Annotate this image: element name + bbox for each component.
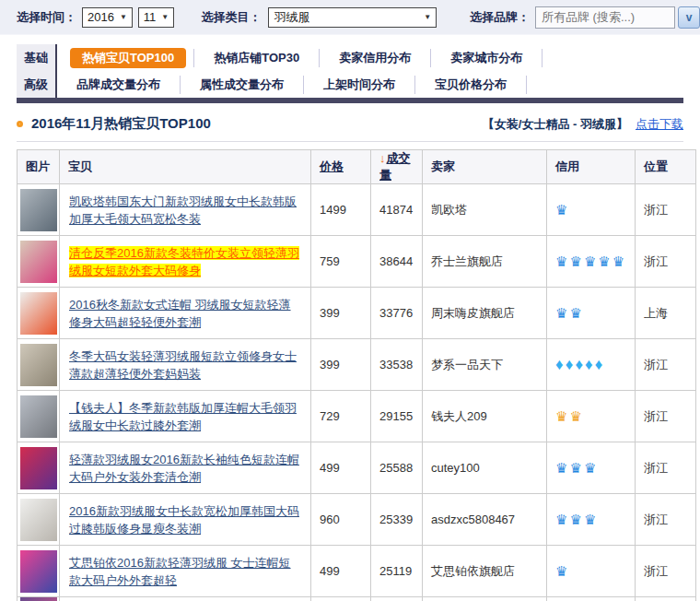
location-cell: 浙江 bbox=[636, 184, 696, 236]
product-thumbnail[interactable] bbox=[20, 550, 57, 593]
product-thumbnail[interactable] bbox=[20, 292, 57, 335]
basic-tab-row: 基础 热销宝贝TOP100 热销店铺TOP30 卖家信用分布 卖家城市分布 bbox=[17, 44, 683, 71]
tab-hot-shops-top30[interactable]: 热销店铺TOP30 bbox=[194, 44, 319, 71]
blue-crown-icon: ♛ bbox=[555, 305, 567, 321]
gold-crown-icon: ♛ bbox=[555, 408, 567, 424]
blue-crown-icon: ♛ bbox=[555, 253, 567, 269]
credit-icons: ♛ bbox=[547, 184, 636, 236]
volume-cell: 25588 bbox=[371, 442, 423, 494]
seller-cell: 周末嗨皮旗舰店 bbox=[423, 288, 547, 339]
volume-cell: 29155 bbox=[371, 391, 423, 442]
image-cell bbox=[18, 442, 60, 494]
location-cell: 浙江 bbox=[636, 442, 696, 494]
products-tbody: 凯欧塔韩国东大门新款羽绒服女中长款韩版加厚大毛领大码宽松冬装 1499 4187… bbox=[18, 184, 696, 601]
table-row: 茄用2016新款韩版修身轻薄反季清仓羽绒服女短款连 ♛♛ bbox=[18, 597, 696, 601]
tab-hot-items-top100[interactable]: 热销宝贝TOP100 bbox=[70, 48, 186, 68]
tab-seller-credit-distribution[interactable]: 卖家信用分布 bbox=[320, 44, 430, 71]
header-price: 价格 bbox=[311, 150, 371, 184]
product-thumbnail[interactable] bbox=[20, 344, 57, 386]
credit-icons: ♛ bbox=[547, 546, 636, 597]
table-row: 2016秋冬新款女式连帽 羽绒服女短款轻薄 修身大码超轻轻便外套潮 399 33… bbox=[18, 288, 696, 339]
table-row: 凯欧塔韩国东大门新款羽绒服女中长款韩版加厚大毛领大码宽松冬装 1499 4187… bbox=[18, 184, 696, 236]
blue-diamond-icon: ♦ bbox=[585, 356, 593, 373]
tab-listing-time-distribution[interactable]: 上架时间分布 bbox=[304, 71, 414, 98]
product-thumbnail[interactable] bbox=[20, 189, 57, 231]
brand-dropdown-button[interactable]: v bbox=[678, 6, 700, 29]
year-select[interactable]: 2016 ▼ bbox=[82, 7, 133, 28]
image-cell bbox=[18, 546, 60, 597]
blue-crown-icon: ♛ bbox=[555, 460, 567, 476]
product-title-link[interactable]: 【钱夫人】冬季新款韩版加厚连帽大毛领羽绒服女中长款过膝外套潮 bbox=[69, 401, 297, 432]
price-cell: 499 bbox=[311, 442, 371, 494]
product-thumbnail[interactable] bbox=[20, 241, 57, 283]
header-item: 宝贝 bbox=[60, 150, 311, 184]
credit-icons: ♛♛ bbox=[547, 597, 636, 601]
tab-item-price-distribution[interactable]: 宝贝价格分布 bbox=[415, 71, 526, 98]
product-thumbnail[interactable] bbox=[20, 395, 57, 438]
product-title-link[interactable]: 2016秋冬新款女式连帽 羽绒服女短款轻薄 修身大码超轻轻便外套潮 bbox=[69, 298, 291, 329]
title-cell: 轻薄款羽绒服女2016新款长袖纯色短款连帽大码户外女装外套清仓潮 bbox=[60, 442, 311, 494]
image-cell bbox=[18, 236, 60, 288]
title-cell: 2016新款羽绒服女中长款宽松加厚韩国大码过膝韩版修身显瘦冬装潮 bbox=[60, 494, 311, 546]
seller-cell: asdzxc5808467 bbox=[423, 494, 547, 546]
seller-cell: 乔士兰旗舰店 bbox=[423, 236, 547, 288]
tab-brand-volume-distribution[interactable]: 品牌成交量分布 bbox=[57, 71, 180, 98]
blue-crown-icon: ♛ bbox=[584, 460, 596, 476]
price-cell: 499 bbox=[311, 546, 371, 597]
dropdown-arrow-icon: ▼ bbox=[120, 13, 127, 21]
products-table: 图片 宝贝 价格 ↓成交量 卖家 信用 位置 凯欧塔韩国东大门新款羽绒服女中长款… bbox=[17, 149, 696, 601]
product-thumbnail[interactable] bbox=[20, 447, 57, 489]
month-select[interactable]: 11 ▼ bbox=[138, 7, 174, 28]
image-cell bbox=[18, 288, 60, 339]
title-cell: 【钱夫人】冬季新款韩版加厚连帽大毛领羽绒服女中长款过膝外套潮 bbox=[60, 391, 311, 442]
page-title: 2016年11月热销宝贝TOP100 bbox=[31, 115, 483, 133]
title-cell: 凯欧塔韩国东大门新款羽绒服女中长款韩版加厚大毛领大码宽松冬装 bbox=[60, 184, 311, 236]
blue-crown-icon: ♛ bbox=[555, 563, 567, 579]
blue-crown-icon: ♛ bbox=[569, 305, 581, 321]
price-cell: 960 bbox=[311, 494, 371, 546]
tabs-block: 基础 热销宝贝TOP100 热销店铺TOP30 卖家信用分布 卖家城市分布 高级… bbox=[17, 44, 683, 103]
header-volume: ↓成交量 bbox=[371, 150, 423, 184]
product-title-link[interactable]: 凯欧塔韩国东大门新款羽绒服女中长款韩版加厚大毛领大码宽松冬装 bbox=[69, 194, 297, 226]
volume-cell: 41874 bbox=[371, 184, 423, 236]
product-thumbnail[interactable] bbox=[20, 499, 57, 541]
price-sort-link[interactable]: 价格 bbox=[320, 159, 344, 173]
blue-crown-icon: ♛ bbox=[584, 253, 596, 269]
table-row: 【钱夫人】冬季新款韩版加厚连帽大毛领羽绒服女中长款过膝外套潮 729 29155… bbox=[18, 391, 696, 442]
price-cell: 399 bbox=[311, 288, 371, 339]
volume-cell: 25339 bbox=[371, 494, 423, 546]
dropdown-arrow-icon: ▼ bbox=[161, 13, 169, 21]
product-thumbnail[interactable] bbox=[20, 597, 57, 601]
location-cell: 上海 bbox=[636, 288, 696, 339]
product-title-link[interactable]: 2016新款羽绒服女中长款宽松加厚韩国大码过膝韩版修身显瘦冬装潮 bbox=[69, 504, 299, 536]
product-title-link[interactable]: 轻薄款羽绒服女2016新款长袖纯色短款连帽大码户外女装外套清仓潮 bbox=[69, 453, 299, 484]
seller-cell: 钱夫人209 bbox=[423, 391, 547, 442]
tab-attribute-volume-distribution[interactable]: 属性成交量分布 bbox=[181, 71, 303, 98]
tab-seller-city-distribution[interactable]: 卖家城市分布 bbox=[431, 44, 542, 71]
title-cell: 艾思铂依2016新款轻薄羽绒服 女士连帽短款大码户外外套超轻 bbox=[60, 546, 311, 597]
header-seller: 卖家 bbox=[423, 150, 547, 184]
table-row: 冬季大码女装轻薄羽绒服短款立领修身女士薄款超薄轻便外套妈妈装 399 33538… bbox=[18, 339, 696, 391]
product-title-link[interactable]: 艾思铂依2016新款轻薄羽绒服 女士连帽短款大码户外外套超轻 bbox=[69, 556, 291, 587]
category-select[interactable]: 羽绒服 ▼ bbox=[268, 7, 437, 28]
price-cell: 399 bbox=[311, 339, 371, 391]
title-cell: 茄用2016新款韩版修身轻薄反季清仓羽绒服女短款连 bbox=[60, 597, 311, 601]
product-title-link[interactable]: 清仓反季2016新款冬装特价女装立领轻薄羽绒服女短款外套大码修身 bbox=[69, 246, 299, 277]
category-path: 【女装/女士精品 - 羽绒服】 bbox=[483, 116, 628, 133]
header-location: 位置 bbox=[636, 150, 696, 184]
basic-group-label: 基础 bbox=[17, 44, 57, 71]
volume-cell: 33776 bbox=[371, 288, 423, 339]
advanced-tab-row: 高级 品牌成交量分布 属性成交量分布 上架时间分布 宝贝价格分布 bbox=[17, 71, 683, 98]
credit-icons: ♛♛♛ bbox=[547, 442, 636, 494]
volume-cell: 25119 bbox=[371, 546, 423, 597]
credit-icons: ♛♛ bbox=[547, 391, 636, 442]
download-link[interactable]: 点击下载 bbox=[636, 116, 683, 133]
product-title-link[interactable]: 冬季大码女装轻薄羽绒服短款立领修身女士薄款超薄轻便外套妈妈装 bbox=[69, 349, 297, 381]
header-image: 图片 bbox=[18, 150, 60, 184]
table-header-row: 图片 宝贝 价格 ↓成交量 卖家 信用 位置 bbox=[18, 150, 696, 184]
blue-crown-icon: ♛ bbox=[555, 512, 567, 527]
title-cell: 2016秋冬新款女式连帽 羽绒服女短款轻薄 修身大码超轻轻便外套潮 bbox=[60, 288, 311, 339]
brand-search-input[interactable] bbox=[535, 6, 675, 29]
seller-cell: 艾思铂依旗舰店 bbox=[423, 546, 547, 597]
table-row: 艾思铂依2016新款轻薄羽绒服 女士连帽短款大码户外外套超轻 499 25119… bbox=[18, 546, 696, 597]
